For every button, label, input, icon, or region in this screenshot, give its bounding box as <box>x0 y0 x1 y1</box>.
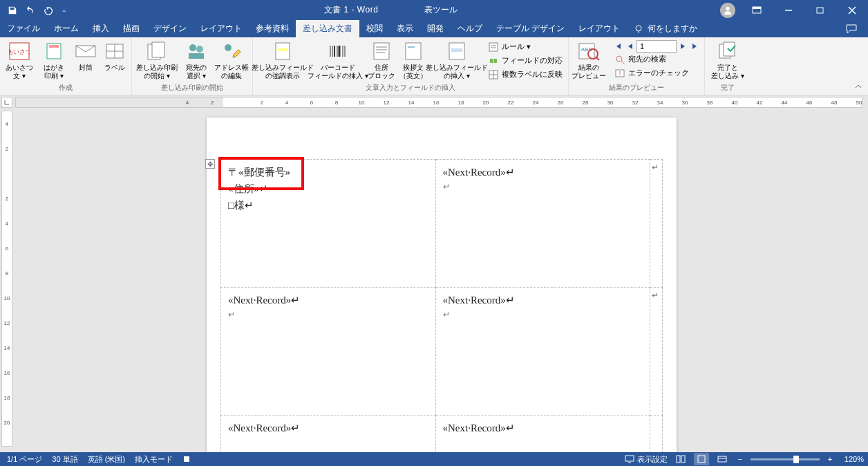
redo-button[interactable] <box>40 2 57 19</box>
address-block-button[interactable]: 住所 ブロック <box>366 39 397 80</box>
label-cell-1[interactable]: 〒«郵便番号» «住所»↵ □様↵ <box>221 160 436 288</box>
tab-table-layout[interactable]: レイアウト <box>572 20 627 37</box>
label-gutter[interactable]: ↵ <box>650 288 663 416</box>
finish-merge-button[interactable]: 完了と 差し込み ▾ <box>708 39 748 80</box>
check-errors-button[interactable]: ! エラーのチェック <box>612 66 701 80</box>
svg-rect-19 <box>189 53 204 59</box>
undo-button[interactable] <box>22 2 39 19</box>
minimize-button[interactable] <box>773 0 804 20</box>
tab-home[interactable]: ホーム <box>47 20 86 37</box>
start-mailmerge-button[interactable]: 差し込み印刷 の開始 ▾ <box>135 39 179 80</box>
close-button[interactable] <box>836 0 868 20</box>
collapse-ribbon-button[interactable] <box>853 81 864 92</box>
view-web[interactable] <box>715 453 730 465</box>
tell-me-search[interactable]: 何をしますか <box>627 20 704 37</box>
envelope-button[interactable]: 封筒 <box>72 39 100 72</box>
status-language[interactable]: 英語 (米国) <box>88 454 125 465</box>
insert-merge-field-button[interactable]: 差し込みフィールド の挿入 ▾ <box>430 39 484 80</box>
svg-point-0 <box>726 6 729 10</box>
qat-customize[interactable]: = <box>58 2 70 19</box>
display-settings[interactable]: 表示設定 <box>625 454 668 465</box>
tab-selector[interactable] <box>1 97 12 108</box>
merge-field-address[interactable]: «住所»↵ <box>228 180 428 197</box>
prev-record[interactable] <box>624 40 636 53</box>
label-cell-3[interactable]: «Next·Record»↵ ↵ <box>221 288 436 416</box>
status-insert-mode[interactable]: 挿入モード <box>135 454 173 465</box>
comments-button[interactable] <box>842 20 861 37</box>
save-button[interactable] <box>4 2 21 19</box>
maximize-button[interactable] <box>804 0 836 20</box>
para-mark: ↵ <box>443 180 643 194</box>
update-labels-button[interactable]: 複数ラベルに反映 <box>485 68 565 82</box>
label-cell-2[interactable]: «Next·Record»↵ ↵ <box>435 160 650 288</box>
view-read[interactable] <box>673 453 688 465</box>
tab-table-design[interactable]: テーブル デザイン <box>489 20 572 37</box>
tab-layout[interactable]: レイアウト <box>194 20 249 37</box>
next-record-field[interactable]: «Next·Record»↵ <box>443 164 643 180</box>
merge-field-postal[interactable]: 〒«郵便番号» <box>228 164 428 180</box>
rules-button[interactable]: ルール ▾ <box>485 40 565 54</box>
view-print[interactable] <box>694 453 709 465</box>
page[interactable]: ✥ 〒«郵便番号» «住所»↵ □様↵ «Next·Record»↵ ↵ ↵ <box>207 118 677 452</box>
status-page[interactable]: 1/1 ページ <box>7 454 42 465</box>
highlight-fields-button[interactable]: 差し込みフィールド の強調表示 <box>256 39 310 80</box>
zoom-out[interactable]: − <box>735 455 745 463</box>
zoom-level[interactable]: 120% <box>840 455 864 463</box>
svg-rect-55 <box>625 456 634 461</box>
edit-recipient-list-button[interactable]: アドレス帳 の編集 <box>214 39 249 80</box>
horizontal-ruler[interactable]: 4224681012141618202224262830323436384042… <box>15 97 862 108</box>
next-record-field[interactable]: «Next·Record»↵ <box>443 292 643 308</box>
last-record[interactable] <box>689 40 701 53</box>
tab-insert[interactable]: 挿入 <box>86 20 116 37</box>
label-gutter[interactable] <box>650 416 663 453</box>
zoom-in[interactable]: + <box>825 455 835 463</box>
tab-view[interactable]: 表示 <box>390 20 420 37</box>
record-number-input[interactable] <box>636 40 677 53</box>
group-finish-label: 完了 <box>708 83 748 94</box>
document-scroll[interactable]: ✥ 〒«郵便番号» «住所»↵ □様↵ «Next·Record»↵ ↵ ↵ <box>15 111 868 452</box>
next-record-field[interactable]: «Next·Record»↵ <box>228 420 428 436</box>
next-record-field[interactable]: «Next·Record»↵ <box>443 420 643 436</box>
tab-developer[interactable]: 開発 <box>420 20 451 37</box>
status-words[interactable]: 30 単語 <box>52 454 77 465</box>
label-cell-5[interactable]: «Next·Record»↵ <box>221 416 436 453</box>
svg-rect-34 <box>406 43 421 59</box>
svg-rect-10 <box>49 45 59 48</box>
start-mm-label: 差し込み印刷 の開始 ▾ <box>136 64 178 80</box>
postcard-button[interactable]: はがき 印刷 ▾ <box>37 39 70 80</box>
tab-file[interactable]: ファイル <box>0 20 47 37</box>
tab-references[interactable]: 参考資料 <box>249 20 296 37</box>
zoom-slider[interactable] <box>751 458 820 460</box>
vertical-ruler[interactable]: 4224681012141618202224 <box>1 111 12 447</box>
first-record[interactable] <box>612 40 624 53</box>
find-recipient-button[interactable]: 宛先の検索 <box>612 53 701 66</box>
preview-results-button[interactable]: ABC 結果の プレビュー <box>572 39 606 80</box>
greeting-line-button[interactable]: 挨拶文 （英文） <box>398 39 428 80</box>
label-cell-4[interactable]: «Next·Record»↵ ↵ <box>435 288 650 416</box>
tab-design[interactable]: デザイン <box>147 20 194 37</box>
tab-draw[interactable]: 描画 <box>116 20 147 37</box>
labels-table[interactable]: 〒«郵便番号» «住所»↵ □様↵ «Next·Record»↵ ↵ ↵ «Ne… <box>220 159 663 452</box>
svg-text:ABC: ABC <box>581 46 593 53</box>
greeting-label: あいさつ 文 ▾ <box>6 64 33 80</box>
tab-review[interactable]: 校閲 <box>359 20 390 37</box>
next-record-field[interactable]: «Next·Record»↵ <box>228 292 428 308</box>
table-move-handle[interactable]: ✥ <box>205 159 215 169</box>
user-avatar[interactable] <box>720 3 735 18</box>
merge-field-name[interactable]: □様↵ <box>228 197 428 214</box>
match-fields-button[interactable]: フィールドの対応 <box>485 54 565 68</box>
tab-mailings[interactable]: 差し込み文書 <box>296 20 359 37</box>
next-record[interactable] <box>677 40 689 53</box>
label-gutter[interactable]: ↵ <box>650 160 663 288</box>
barcode-button[interactable]: バーコード フィールドの挿入 ▾ <box>311 39 365 80</box>
tab-help[interactable]: ヘルプ <box>451 20 489 37</box>
macro-record-icon[interactable] <box>182 455 191 463</box>
contextual-tab-title: 表ツール <box>411 0 470 20</box>
group-finish: 完了と 差し込み ▾ 完了 <box>705 37 751 95</box>
labels-button[interactable]: ラベル <box>101 39 129 72</box>
greeting-button[interactable]: あいさつ あいさつ 文 ▾ <box>3 39 36 80</box>
svg-rect-22 <box>278 48 287 51</box>
select-recipients-button[interactable]: 宛先の 選択 ▾ <box>180 39 212 80</box>
ribbon-display-button[interactable] <box>741 0 773 20</box>
label-cell-6[interactable]: «Next·Record»↵ <box>435 416 650 453</box>
